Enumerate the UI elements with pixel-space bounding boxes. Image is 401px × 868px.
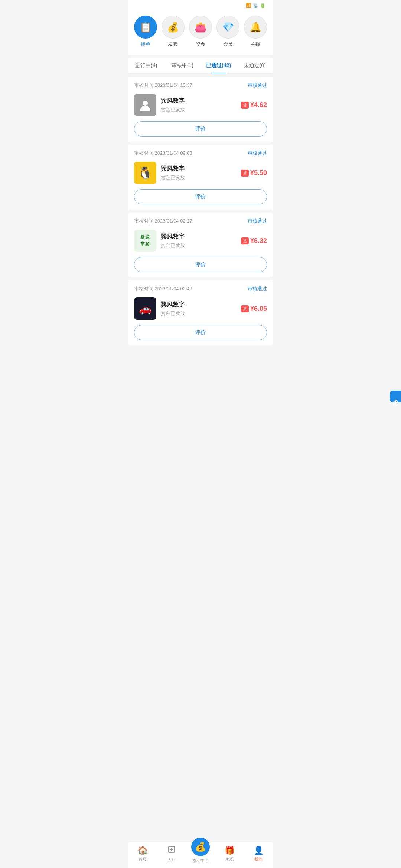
card-1-subtext: 赏金已发放 [161, 106, 237, 113]
card-2-status: 审核通过 [248, 150, 267, 157]
card-1-header: 审核时间:2023/01/04 13:37审核通过 [134, 82, 267, 89]
tab-weitongguo[interactable]: 未通过(0) [237, 58, 273, 73]
svg-point-0 [143, 101, 148, 106]
card-1-time: 审核时间:2023/01/04 13:37 [134, 82, 192, 89]
nav-label-jiedan: 接单 [141, 41, 150, 47]
nav-item-jubao[interactable]: 🔔举报 [244, 16, 267, 47]
card-3-subtext: 赏金已发放 [161, 242, 237, 249]
nav-icon-fabu: 💰 [162, 16, 185, 39]
card-4-header: 审核时间:2023/01/04 00:49审核通过 [134, 286, 267, 292]
card-2-price-value: ¥5.50 [250, 169, 267, 177]
tab-jinxingzhong[interactable]: 进行中(4) [128, 58, 164, 73]
card-2-info: 巽风数字赏金已发放 [161, 165, 237, 181]
top-navigation: 📋接单💰发布👛资金💎会员🔔举报 [128, 10, 273, 55]
tab-yitongguo[interactable]: 已通过(42) [200, 58, 237, 73]
card-3-time: 审核时间:2023/01/04 02:27 [134, 218, 192, 224]
card-2-price-wrap: 赏¥5.50 [241, 169, 267, 177]
card-3-price-value: ¥6.32 [250, 237, 267, 245]
card-1-price-badge: 赏 [241, 102, 249, 109]
tab-shenhezhong[interactable]: 审核中(1) [164, 58, 201, 73]
nav-item-huiyuan[interactable]: 💎会员 [216, 16, 239, 47]
card-2-price-badge: 赏 [241, 170, 249, 177]
card-4-price-badge: 赏 [241, 305, 249, 312]
nav-item-jiedan[interactable]: 📋接单 [134, 16, 157, 47]
nav-item-fabu[interactable]: 💰发布 [162, 16, 185, 47]
card-3-header: 审核时间:2023/01/04 02:27审核通过 [134, 218, 267, 224]
card-1-body: 巽风数字赏金已发放赏¥4.62 [134, 94, 267, 116]
card-3-price-wrap: 赏¥6.32 [241, 237, 267, 245]
card-3-name: 巽风数字 [161, 233, 237, 241]
nav-icon-zijin: 👛 [189, 16, 212, 39]
card-3-info: 巽风数字赏金已发放 [161, 233, 237, 249]
card-4-body: 🚗巽风数字赏金已发放赏¥6.05 [134, 297, 267, 320]
wifi-icon: 📡 [253, 3, 258, 8]
card-1-name: 巽风数字 [161, 97, 237, 105]
card-4-status: 审核通过 [248, 286, 267, 292]
content-area: 审核时间:2023/01/04 13:37审核通过巽风数字赏金已发放赏¥4.62… [128, 74, 273, 351]
card-1: 审核时间:2023/01/04 13:37审核通过巽风数字赏金已发放赏¥4.62… [128, 77, 273, 142]
card-2-evaluate-button[interactable]: 评价 [134, 189, 267, 204]
card-3: 审核时间:2023/01/04 02:27审核通过极速审核巽风数字赏金已发放赏¥… [128, 213, 273, 277]
card-2-body: 🐧巽风数字赏金已发放赏¥5.50 [134, 162, 267, 184]
tabs-container: 进行中(4)审核中(1)已通过(42)未通过(0) [128, 58, 273, 74]
card-4-time: 审核时间:2023/01/04 00:49 [134, 286, 192, 292]
card-1-price-wrap: 赏¥4.62 [241, 101, 267, 109]
nav-icon-jiedan: 📋 [134, 16, 157, 39]
card-4: 审核时间:2023/01/04 00:49审核通过🚗巽风数字赏金已发放赏¥6.0… [128, 280, 273, 345]
card-3-body: 极速审核巽风数字赏金已发放赏¥6.32 [134, 230, 267, 252]
card-1-evaluate-button[interactable]: 评价 [134, 121, 267, 137]
card-1-info: 巽风数字赏金已发放 [161, 97, 237, 113]
card-4-name: 巽风数字 [161, 301, 237, 309]
card-3-evaluate-button[interactable]: 评价 [134, 257, 267, 272]
card-2: 审核时间:2023/01/04 09:03审核通过🐧巽风数字赏金已发放赏¥5.5… [128, 145, 273, 210]
card-4-info: 巽风数字赏金已发放 [161, 301, 237, 317]
card-4-price-value: ¥6.05 [250, 305, 267, 313]
nav-icon-huiyuan: 💎 [216, 16, 239, 39]
card-2-avatar: 🐧 [134, 162, 156, 184]
status-bar: 📶 📡 🔋 [128, 0, 273, 10]
nav-label-huiyuan: 会员 [223, 41, 233, 47]
card-3-status: 审核通过 [248, 218, 267, 224]
card-4-subtext: 赏金已发放 [161, 310, 237, 317]
nav-label-zijin: 资金 [196, 41, 205, 47]
nav-label-jubao: 举报 [251, 41, 260, 47]
card-1-avatar [134, 94, 156, 116]
card-2-header: 审核时间:2023/01/04 09:03审核通过 [134, 150, 267, 157]
status-right: 📶 📡 🔋 [244, 3, 267, 8]
nav-item-zijin[interactable]: 👛资金 [189, 16, 212, 47]
card-1-status: 审核通过 [248, 82, 267, 89]
card-1-price-value: ¥4.62 [250, 101, 267, 109]
nav-label-fabu: 发布 [168, 41, 178, 47]
nav-icon-jubao: 🔔 [244, 16, 267, 39]
battery-icon: 🔋 [260, 3, 265, 8]
card-2-subtext: 赏金已发放 [161, 174, 237, 181]
card-4-price-wrap: 赏¥6.05 [241, 305, 267, 313]
card-3-price-badge: 赏 [241, 237, 249, 244]
card-4-avatar: 🚗 [134, 297, 156, 320]
signal-icon: 📶 [246, 3, 251, 8]
card-2-time: 审核时间:2023/01/04 09:03 [134, 150, 192, 157]
card-4-evaluate-button[interactable]: 评价 [134, 325, 267, 340]
card-3-avatar: 极速审核 [134, 230, 156, 252]
card-2-name: 巽风数字 [161, 165, 237, 173]
